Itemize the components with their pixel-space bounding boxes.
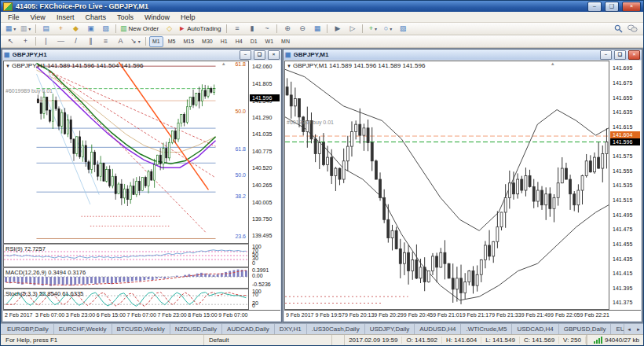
price-axis[interactable]: 142.060141.805141.540141.290141.035140.7… (249, 61, 280, 244)
chart-tab[interactable]: EURCHF,Weekly (54, 324, 112, 334)
tab-scroll-right-icon[interactable]: ► (634, 324, 643, 334)
indicator-plot[interactable]: Stoch(5,3,3) 52.8540 61.6335 (3, 289, 249, 310)
navigator-button[interactable]: ◆ (68, 23, 83, 35)
connection-bars-icon (594, 337, 602, 344)
chart-candles-button[interactable]: ▮ (244, 23, 259, 35)
fibonacci-button[interactable]: ≡ (98, 35, 113, 47)
chart-tab[interactable]: .WTICrude,M5 (461, 324, 512, 334)
status-profile[interactable]: Default (204, 335, 332, 345)
market-watch-button[interactable]: ▤ (38, 23, 53, 35)
autotrading-label: AutoTrading (187, 25, 222, 32)
data-window-button[interactable]: + (53, 23, 68, 35)
menu-item-view[interactable]: View (25, 12, 51, 22)
chart-h1-title-bar[interactable]: ▦ GBPJPY,H1 – ❑ × (2, 50, 281, 60)
metaeditor-button[interactable]: ◇ (162, 23, 177, 35)
timeframe-m30-button[interactable]: M30 (199, 36, 216, 47)
new-chart-icon: ▦ (5, 24, 13, 34)
time-axis[interactable]: 9 Feb 20179 Feb 19:579 Feb 20:139 Feb 20… (284, 310, 609, 321)
equidistant-channel-button[interactable]: ∥ (83, 35, 98, 47)
chart-shift-button[interactable]: ▷ (345, 23, 360, 35)
indicator-plot[interactable]: MACD(12,26,9) 0.3494 0.3176 (3, 267, 249, 289)
terminal-button[interactable]: ▣ (83, 23, 98, 35)
arrows-button[interactable]: ↘▾ (128, 35, 143, 47)
tab-scroll-left-icon[interactable]: ◄ (624, 324, 634, 334)
text-button[interactable]: A (113, 35, 128, 47)
timeframe-h4-button[interactable]: H4 (232, 36, 246, 47)
chart-m1-restore-button[interactable]: ❑ (614, 50, 626, 60)
timeframe-m5-button[interactable]: M5 (165, 36, 179, 47)
chart-tab[interactable]: AUDUSD,H4 (415, 324, 461, 334)
chart-line-button[interactable]: ~ (259, 23, 274, 35)
indicator-tick: 0.3991 (252, 267, 269, 273)
price-tick: 141.575 (613, 153, 632, 159)
minimize-button[interactable]: – (587, 2, 602, 12)
chart-h1-close-button[interactable]: × (268, 50, 280, 60)
new-order-button[interactable]: ▥New Order (119, 23, 162, 35)
chart-tab[interactable]: GBPUSD,Daily (559, 324, 612, 334)
autotrading-button[interactable]: ►AutoTrading (177, 23, 224, 35)
chart-tab[interactable]: USDJPY,Daily (365, 324, 415, 334)
vertical-line-button[interactable]: | (38, 35, 53, 47)
timeframe-m15-button[interactable]: M15 (180, 36, 197, 47)
indicator-axis[interactable]: 0.39910.00-0.5236 (249, 267, 280, 289)
price-tick: 141.555 (613, 168, 632, 174)
new-order-label: New Order (129, 25, 161, 32)
menu-item-charts[interactable]: Charts (79, 12, 112, 22)
chart-tab[interactable]: .US30Cash,Daily (307, 324, 365, 334)
timeframe-h1-button[interactable]: H1 (218, 36, 231, 47)
crosshair-button[interactable]: + (18, 35, 33, 47)
price-axis[interactable]: 141.695141.675141.655141.635141.615141.5… (609, 61, 641, 310)
tile-windows-button[interactable]: ▦ (309, 23, 324, 35)
chart-tab[interactable]: BTCUSD,Weekly (112, 324, 170, 334)
timeframe-w1-button[interactable]: W1 (262, 36, 277, 47)
timeframe-mn-button[interactable]: MN (278, 36, 293, 47)
indicator-axis[interactable]: 10070200 (249, 289, 280, 310)
zoom-out-button[interactable]: ⊖ (295, 23, 309, 35)
menu-item-window[interactable]: Window (139, 12, 175, 22)
periods-button[interactable]: ○▾ (380, 23, 395, 35)
timeframe-d1-button[interactable]: D1 (247, 36, 261, 47)
menu-item-file[interactable]: File (2, 12, 25, 22)
indicators-button[interactable]: +▾ (365, 23, 380, 35)
chart-m1-title-bar[interactable]: ▦ GBPJPY,M1 – ❑ × (284, 50, 642, 60)
timeframe-m1-button[interactable]: M1 (149, 36, 163, 47)
chart-h1-minimize-button[interactable]: – (240, 50, 251, 60)
menu-item-help[interactable]: Help (175, 12, 201, 22)
chart-tab[interactable]: NZDUSD,Daily (170, 324, 222, 334)
price-plot[interactable]: ▼GBPJPY,M1 141.589 141.596 141.589 141.5… (284, 61, 609, 310)
chart-m1-close-button[interactable]: × (628, 50, 640, 60)
menu-item-insert[interactable]: Insert (51, 12, 80, 22)
menu-item-tools[interactable]: Tools (112, 12, 139, 22)
app-title-bar[interactable]: 41405: FXChoice-Pro Live - GBPJPY,M1 – ❑… (1, 1, 643, 12)
close-button[interactable]: × (622, 2, 641, 12)
toolbar-separator (226, 24, 227, 33)
horizontal-line-button[interactable]: — (53, 35, 68, 47)
chart-h1-restore-button[interactable]: ❑ (254, 50, 265, 60)
chart-m1-minimize-button[interactable]: – (600, 50, 612, 60)
chart-tab[interactable]: DXY,H1 (275, 324, 307, 334)
indicator-plot[interactable]: RSI(9) 72.7257 (3, 244, 249, 267)
chart-tab[interactable]: EURGBP,Daily (2, 324, 54, 334)
price-tick: 141.535 (613, 182, 632, 188)
templates-button[interactable]: ▨ (395, 23, 410, 35)
new-chart-button[interactable]: ▦▾ (3, 23, 18, 35)
chart-tab[interactable]: USDCAD,H4 (512, 324, 558, 334)
zoom-in-button[interactable]: ⊕ (280, 23, 295, 35)
cursor-button[interactable]: ↖ (3, 35, 18, 47)
price-tick: 140.775 (252, 149, 272, 154)
profiles-button[interactable]: ▥▾ (18, 23, 33, 35)
chat-icon[interactable] (628, 24, 638, 33)
auto-scroll-button[interactable]: ▶ (330, 23, 345, 35)
strategy-tester-button[interactable]: ▧ (98, 23, 113, 35)
fib-level-label: 50.0 (235, 109, 246, 114)
search-icon[interactable] (614, 24, 623, 33)
chart-tab[interactable]: AUDCAD,Daily (222, 324, 275, 334)
time-axis[interactable]: 2 Feb 20173 Feb 07:003 Feb 23:006 Feb 15… (3, 310, 249, 321)
trendline-button[interactable]: / (68, 35, 83, 47)
restore-button[interactable]: ❑ (605, 2, 619, 12)
price-plot[interactable]: ▼GBPJPY,H1 141.589 141.596 141.504 141.5… (3, 61, 249, 244)
chart-bars-button[interactable]: ≡ (229, 23, 244, 35)
status-help-text: For Help, press F1 (1, 335, 204, 345)
time-tick: 7 Feb 07:00 (127, 312, 156, 318)
indicator-axis[interactable]: 1007050300 (249, 244, 280, 267)
